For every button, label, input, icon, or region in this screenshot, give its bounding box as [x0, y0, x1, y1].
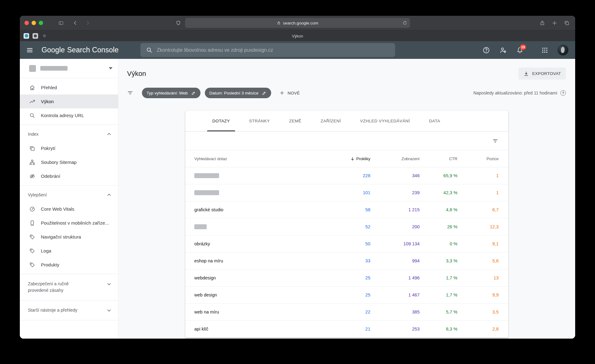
filter-list-icon[interactable] [127, 90, 133, 96]
home-icon [29, 85, 35, 91]
position-cell: 12,3 [457, 224, 499, 229]
breadcrumbs-icon [29, 234, 35, 240]
tab-overview-icon[interactable] [564, 20, 570, 26]
sidebar-section-index[interactable]: Index [20, 127, 118, 141]
help-icon[interactable] [483, 46, 490, 54]
app-body: Přehled Výkon Kontrola adresy URL Index [20, 59, 575, 339]
table-row[interactable]: 228 346 65,9 % 1 [185, 167, 508, 184]
sidebar-item-prehled[interactable]: Přehled [20, 81, 118, 94]
avatar[interactable] [558, 45, 568, 55]
new-tab-icon[interactable] [552, 20, 557, 26]
sidebar-item-pokryti[interactable]: Pokrytí [20, 141, 118, 155]
privacy-shield-icon[interactable] [176, 20, 181, 26]
search-icon [146, 47, 152, 53]
table-row[interactable]: web design 25 1 467 1,7 % 9,9 [185, 287, 508, 304]
hamburger-menu-icon[interactable] [26, 46, 33, 54]
clicks-cell: 22 [327, 309, 370, 314]
header-clicks-sorted[interactable]: Prokliky [327, 156, 370, 161]
query-cell [194, 224, 327, 229]
property-selector[interactable] [20, 59, 118, 78]
sidebar-item-sitemap[interactable]: Soubory Sitemap [20, 155, 118, 169]
zoom-window-button[interactable] [39, 21, 43, 25]
performance-table-card: DOTAZY STRÁNKY ZEMĚ ZAŘÍZENÍ VZHLED VYHL… [185, 111, 508, 338]
sidebar-item-kontrola-url[interactable]: Kontrola adresy URL [20, 108, 118, 122]
ctr-cell: 1,7 % [420, 275, 457, 280]
sidebar-item-loga[interactable]: Loga [20, 244, 118, 258]
browser-titlebar: search.google.com [20, 16, 575, 30]
sidebar-section-zabezpeceni[interactable]: Zabezpečení a ručně provedené zásahy [20, 276, 118, 298]
impressions-cell: 253 [370, 327, 420, 331]
share-icon[interactable] [540, 20, 545, 26]
chevron-up-icon [106, 131, 112, 137]
tab-zarizeni[interactable]: ZAŘÍZENÍ [311, 111, 351, 131]
phone-icon [29, 220, 35, 226]
sidebar-item-mobile-usability[interactable]: Použitelnost v mobilních zaříze... [20, 216, 118, 230]
gsc-logo[interactable]: Google Search Console [42, 46, 119, 54]
help-circle-icon[interactable]: ? [560, 90, 566, 96]
sidebar-item-odebrani[interactable]: Odebrání [20, 169, 118, 183]
clicks-cell: 228 [327, 173, 370, 178]
export-button[interactable]: EXPORTOVAT [518, 68, 566, 80]
plus-icon [279, 90, 285, 96]
sidebar-section-vylepseni[interactable]: Vylepšení [20, 188, 118, 202]
chip-label: Typ vyhledávání: Web [147, 91, 188, 95]
impressions-cell: 1 467 [370, 292, 420, 297]
sitemap-icon [29, 159, 35, 165]
table-row[interactable]: eshop na míru 33 994 3,3 % 5,6 [185, 252, 508, 270]
sidebar-toggle-icon[interactable] [58, 20, 64, 26]
last-updated-text: Naposledy aktualizováno: před 11 hodinam… [473, 90, 557, 95]
ctr-cell: 26 % [420, 224, 457, 229]
search-type-chip[interactable]: Typ vyhledávání: Web [142, 88, 201, 98]
impressions-cell: 109 134 [370, 241, 420, 246]
new-filter-button[interactable]: NOVÉ [279, 90, 300, 96]
reload-icon[interactable] [403, 21, 407, 25]
table-row[interactable]: grafické studio 58 1 215 4,8 % 6,7 [185, 201, 508, 218]
table-filter-icon[interactable] [492, 138, 498, 144]
coverage-icon [29, 145, 35, 151]
performance-icon [29, 99, 35, 105]
manage-users-icon[interactable] [499, 46, 507, 54]
table-row[interactable]: api klíč 21 253 8,3 % 2,8 [185, 321, 508, 338]
sidebar-item-core-web-vitals[interactable]: Core Web Vitals [20, 202, 118, 216]
browser-window: search.google.com [20, 16, 575, 339]
query-cell: grafické studio [194, 207, 327, 212]
sidebar-item-produkty[interactable]: Produkty [20, 258, 118, 272]
logo-product-text: Search Console [67, 46, 118, 54]
back-button[interactable] [72, 20, 78, 26]
tab-zeme[interactable]: ZEMĚ [280, 111, 311, 131]
minimize-window-button[interactable] [32, 21, 36, 25]
sidebar-section-starsi-nastroje[interactable]: Starší nástroje a přehledy [20, 303, 118, 318]
page-title: Výkon [127, 70, 146, 78]
forward-button[interactable] [85, 20, 91, 26]
tab-data[interactable]: DATA [420, 111, 450, 131]
header-impressions[interactable]: Zobrazení [370, 156, 420, 161]
ctr-cell: 42,3 % [420, 190, 457, 195]
divider [20, 320, 118, 320]
table-row[interactable]: webdesign 25 1 496 1,7 % 13 [185, 270, 508, 287]
header-ctr[interactable]: CTR [420, 156, 457, 161]
active-tab-title[interactable]: Výkon [20, 33, 575, 38]
dimension-tabs: DOTAZY STRÁNKY ZEMĚ ZAŘÍZENÍ VZHLED VYHL… [185, 111, 508, 132]
table-row[interactable]: 101 239 42,3 % 1 [185, 184, 508, 201]
table-row[interactable]: obrázky 50 109 134 0 % 9,1 [185, 235, 508, 252]
notifications-bell[interactable]: 19 [516, 46, 523, 54]
close-window-button[interactable] [24, 21, 29, 25]
url-inspection-input[interactable] [157, 47, 390, 53]
tab-stranky[interactable]: STRÁNKY [240, 111, 280, 131]
table-body: 228 346 65,9 % 1 101 239 42,3 % 1 grafic… [185, 167, 508, 338]
table-row[interactable]: web na míru 22 385 5,7 % 3,5 [185, 304, 508, 321]
google-apps-grid-icon[interactable] [541, 47, 548, 54]
url-inspection-search[interactable] [140, 43, 395, 57]
header-position[interactable]: Pozice [457, 156, 499, 161]
tab-vzhled-vyhledavani[interactable]: VZHLED VYHLEDÁVÁNÍ [350, 111, 420, 131]
table-row[interactable]: 52 200 26 % 12,3 [185, 218, 508, 235]
tab-dotazy[interactable]: DOTAZY [203, 111, 240, 131]
header-query[interactable]: Vyhledávací dotaz [194, 156, 327, 161]
sidebar-item-vykon[interactable]: Výkon [20, 94, 118, 108]
impressions-cell: 385 [370, 309, 420, 314]
address-bar[interactable]: search.google.com [185, 18, 410, 28]
sidebar-item-navigacni-struktura[interactable]: Navigační struktura [20, 230, 118, 244]
sidebar-item-label: Navigační struktura [41, 234, 85, 239]
lock-icon [277, 21, 281, 25]
date-range-chip[interactable]: Datum: Poslední 3 měsíce [205, 88, 271, 98]
